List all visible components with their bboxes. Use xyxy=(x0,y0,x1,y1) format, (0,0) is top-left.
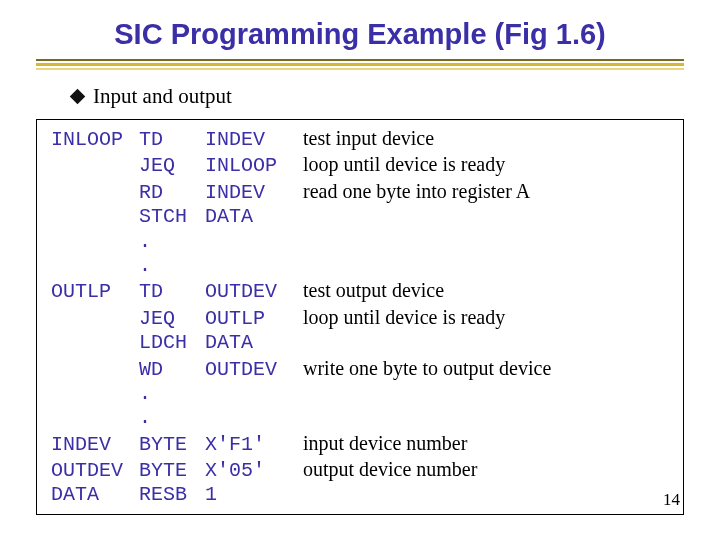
code-row: . xyxy=(51,382,669,406)
page-number: 14 xyxy=(663,490,680,510)
code-op: . xyxy=(139,230,205,254)
code-arg: 1 xyxy=(205,483,303,507)
code-comment: test output device xyxy=(303,278,444,302)
code-row: OUTLP TD OUTDEV test output device xyxy=(51,278,669,304)
code-comment: loop until device is ready xyxy=(303,152,505,176)
code-row: JEQ INLOOP loop until device is ready xyxy=(51,152,669,178)
slide-title: SIC Programming Example (Fig 1.6) xyxy=(0,0,720,59)
code-listing-box: INLOOP TD INDEV test input device JEQ IN… xyxy=(36,119,684,515)
code-arg: INLOOP xyxy=(205,154,303,178)
code-comment: loop until device is ready xyxy=(303,305,505,329)
code-row: . xyxy=(51,406,669,430)
code-op: TD xyxy=(139,128,205,152)
code-arg: X'F1' xyxy=(205,433,303,457)
code-arg: DATA xyxy=(205,331,303,355)
code-label: OUTDEV xyxy=(51,459,139,483)
code-op: JEQ xyxy=(139,154,205,178)
code-arg: OUTDEV xyxy=(205,358,303,382)
code-row: OUTDEV BYTE X'05' output device number xyxy=(51,457,669,483)
code-row: WD OUTDEV write one byte to output devic… xyxy=(51,356,669,382)
subtitle-text: Input and output xyxy=(93,84,232,108)
code-comment: write one byte to output device xyxy=(303,356,551,380)
code-label: OUTLP xyxy=(51,280,139,304)
code-op: WD xyxy=(139,358,205,382)
title-underline xyxy=(36,59,684,70)
code-comment: test input device xyxy=(303,126,434,150)
code-label: INDEV xyxy=(51,433,139,457)
code-comment: output device number xyxy=(303,457,477,481)
code-row: DATA RESB 1 xyxy=(51,483,669,507)
code-arg: DATA xyxy=(205,205,303,229)
code-comment: read one byte into register A xyxy=(303,179,530,203)
code-op: JEQ xyxy=(139,307,205,331)
code-comment: input device number xyxy=(303,431,467,455)
code-op: TD xyxy=(139,280,205,304)
diamond-bullet-icon xyxy=(70,89,86,105)
code-row: INDEV BYTE X'F1' input device number xyxy=(51,431,669,457)
code-op: BYTE xyxy=(139,433,205,457)
code-row: RD INDEV read one byte into register A xyxy=(51,179,669,205)
code-op: RESB xyxy=(139,483,205,507)
code-arg: X'05' xyxy=(205,459,303,483)
code-row: LDCH DATA xyxy=(51,331,669,355)
code-op: RD xyxy=(139,181,205,205)
code-op: BYTE xyxy=(139,459,205,483)
code-arg: OUTLP xyxy=(205,307,303,331)
code-arg: OUTDEV xyxy=(205,280,303,304)
code-row: . xyxy=(51,254,669,278)
code-op: . xyxy=(139,382,205,406)
code-arg: INDEV xyxy=(205,181,303,205)
code-op: . xyxy=(139,406,205,430)
code-op: STCH xyxy=(139,205,205,229)
code-op: . xyxy=(139,254,205,278)
code-row: INLOOP TD INDEV test input device xyxy=(51,126,669,152)
code-op: LDCH xyxy=(139,331,205,355)
subtitle-row: Input and output xyxy=(72,84,720,109)
code-arg: INDEV xyxy=(205,128,303,152)
code-row: JEQ OUTLP loop until device is ready xyxy=(51,305,669,331)
code-label: DATA xyxy=(51,483,139,507)
code-label: INLOOP xyxy=(51,128,139,152)
code-row: . xyxy=(51,230,669,254)
code-row: STCH DATA xyxy=(51,205,669,229)
